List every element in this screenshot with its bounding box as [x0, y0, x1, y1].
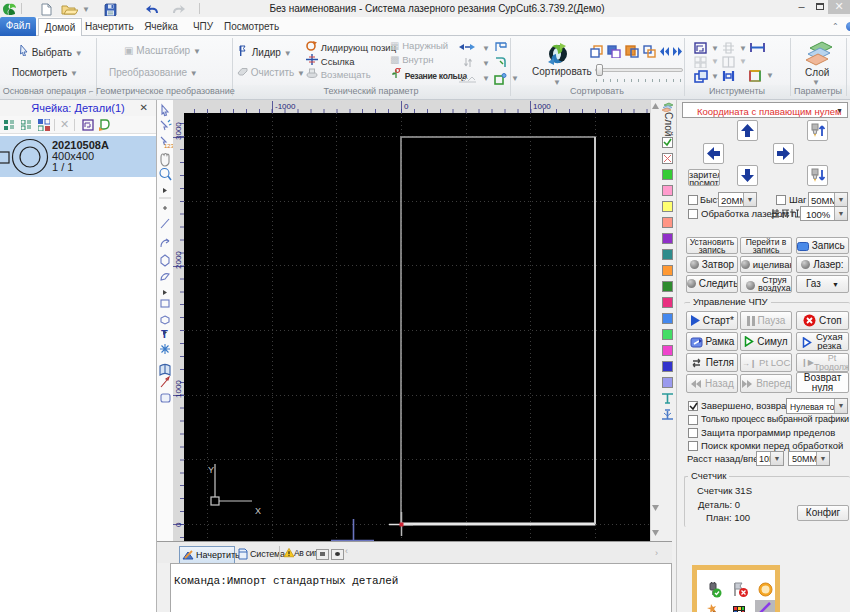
- svg-text:T: T: [161, 328, 168, 340]
- svg-text:123: 123: [164, 143, 173, 149]
- svg-text:1000: 1000: [533, 102, 551, 111]
- svg-text:3000: 3000: [174, 122, 183, 140]
- svg-text:0: 0: [174, 522, 183, 527]
- svg-text:0: 0: [404, 102, 409, 111]
- svg-text:Y: Y: [208, 465, 214, 475]
- svg-text:X: X: [255, 506, 261, 516]
- svg-text:-1000: -1000: [275, 102, 296, 111]
- svg-text:1000: 1000: [174, 380, 183, 398]
- svg-text:2000: 2000: [174, 251, 183, 269]
